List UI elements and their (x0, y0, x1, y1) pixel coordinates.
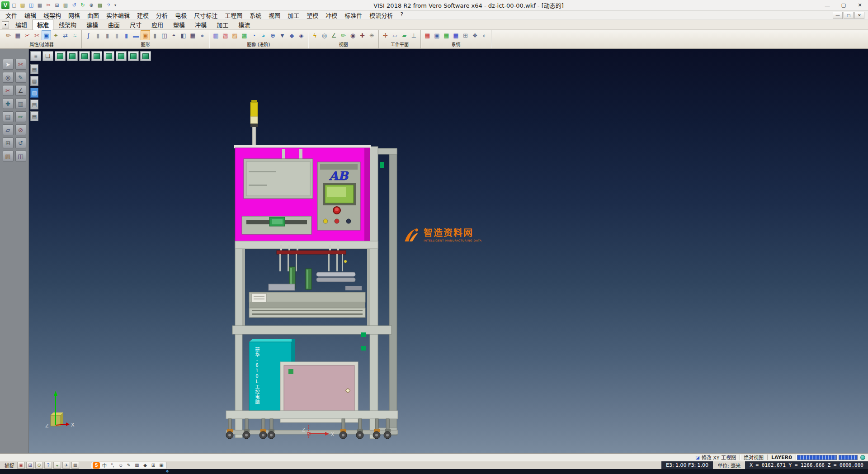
filter-wave-icon[interactable]: ≈ (70, 30, 80, 40)
tab-dropdown-icon[interactable]: ▾ (2, 21, 9, 28)
menu-item[interactable]: 实体编辑 (103, 10, 133, 20)
diamond-cube-icon[interactable]: ◈ (297, 30, 306, 40)
undo-icon[interactable]: ↺ (15, 137, 26, 148)
normal-plane-icon[interactable]: ⊥ (409, 30, 419, 40)
tab[interactable]: 线架构 (54, 19, 81, 30)
zoom-extents-icon[interactable]: ⊕ (268, 30, 278, 40)
select-icon[interactable]: ➤ (3, 59, 14, 70)
layers-icon[interactable]: ▤ (3, 111, 14, 122)
clipboard-list-icon[interactable]: ▤ (30, 100, 38, 109)
curve-icon[interactable]: ∫ (84, 30, 93, 40)
cylinder-2-icon[interactable]: ▮ (103, 30, 112, 40)
menu-item[interactable]: 曲面 (84, 10, 103, 20)
transform-icon[interactable]: ✚ (3, 98, 14, 109)
paste-icon[interactable]: ▥ (61, 1, 70, 9)
snap-label[interactable]: 捕捉 (0, 462, 17, 469)
menu-item[interactable]: 建模 (133, 10, 152, 20)
view-cube-iso-icon[interactable] (55, 51, 66, 61)
ime-grid-icon[interactable]: ⊞ (150, 462, 157, 469)
cylinder-3-icon[interactable]: ▮ (112, 30, 122, 40)
ime-skin-icon[interactable]: ▣ (158, 462, 165, 469)
cut-icon[interactable]: ✂ (44, 1, 52, 9)
camera-icon[interactable]: ▣ (432, 30, 442, 40)
menu-item[interactable]: 系统 (246, 10, 265, 20)
hidden-line-icon[interactable]: ▨ (230, 30, 240, 40)
view-cube-back-icon[interactable] (116, 51, 127, 61)
osnap-icon[interactable]: ▣ (17, 462, 25, 469)
tab[interactable]: 模流 (234, 19, 255, 30)
render-mode-icon[interactable]: ▥ (211, 30, 221, 40)
gem-icon[interactable]: ◆ (287, 30, 297, 40)
view-plane-label[interactable]: 修改 XY 工视图 (702, 454, 736, 461)
view-menu-icon[interactable]: ≡ (30, 51, 41, 61)
view-cube-right-icon[interactable] (91, 51, 102, 61)
crosshair-icon[interactable]: ✚ (358, 30, 367, 40)
mdi-minimize-button[interactable]: — (833, 12, 843, 19)
sketch-icon[interactable]: ✎ (15, 72, 26, 83)
ime-mode-chinese[interactable]: 中 (101, 462, 108, 469)
attribute-copy-icon[interactable]: ▦ (13, 30, 23, 40)
draw-icon[interactable]: ✏ (15, 111, 26, 122)
ortho-icon[interactable]: ⊙ (35, 462, 43, 469)
view-settings-icon[interactable]: ✳ (367, 30, 377, 40)
view-cube-left-icon[interactable] (104, 51, 114, 61)
undo-icon[interactable]: ↺ (70, 1, 78, 9)
view-cube-bottom-icon[interactable] (128, 51, 139, 61)
sphere-icon[interactable]: ● (198, 30, 207, 40)
filter-cut-icon[interactable]: ✂ (23, 30, 32, 40)
menu-item[interactable]: 分析 (152, 10, 171, 20)
system-grid-icon[interactable]: ▦ (423, 30, 432, 40)
erase-icon[interactable]: ⊘ (15, 124, 26, 135)
filter-swap-icon[interactable]: ⇄ (61, 30, 70, 40)
green-grid-icon[interactable]: ▦ (442, 30, 451, 40)
save-file-icon[interactable]: ◫ (27, 1, 35, 9)
wireframe-mode-icon[interactable]: ▧ (221, 30, 230, 40)
view-mode-label[interactable]: 绝对视图 (740, 454, 767, 461)
rod-icon[interactable]: ▮ (122, 30, 131, 40)
flash-icon[interactable]: ϟ (310, 30, 320, 40)
mesh-box-icon[interactable]: ▦ (188, 30, 198, 40)
menu-item[interactable]: 尺寸标注 (190, 10, 221, 20)
keyboard-icon[interactable]: ▦ (71, 462, 79, 469)
compass-icon[interactable]: ✢ (381, 30, 390, 40)
menu-item[interactable]: 电极 (171, 10, 190, 20)
angle-measure-icon[interactable]: ∠ (329, 30, 339, 40)
menu-item[interactable]: 冲模 (322, 10, 341, 20)
view-cube-front-icon[interactable] (67, 51, 78, 61)
copy-icon[interactable]: ⊞ (53, 1, 61, 9)
attribute-edit-icon[interactable]: ✏ (4, 30, 13, 40)
view-cube-top-icon[interactable] (79, 51, 90, 61)
tab[interactable]: 编辑 (11, 19, 32, 30)
tab[interactable]: 建模 (82, 19, 103, 30)
clipboard-attrs-icon[interactable]: ▤ (30, 64, 38, 74)
sheet-icon[interactable]: ▥ (15, 98, 26, 109)
menu-item[interactable]: 视图 (265, 10, 284, 20)
clipboard-notes-icon[interactable]: ▤ (30, 76, 38, 86)
view-cube-axon-icon[interactable] (140, 51, 151, 61)
help-cursor-icon[interactable]: ? (44, 462, 52, 469)
filter-trim-icon[interactable]: ✄ (32, 30, 42, 40)
workplane-icon[interactable]: ▱ (390, 30, 400, 40)
box-icon[interactable]: ◫ (160, 30, 169, 40)
taskbar-app-icon[interactable]: ❖ (165, 469, 169, 474)
sogou-logo[interactable]: S (93, 462, 100, 469)
close-button[interactable]: ✕ (852, 0, 868, 11)
bar-icon[interactable]: ▬ (131, 30, 141, 40)
workplane-active-icon[interactable]: ▰ (400, 30, 409, 40)
shading-icon[interactable]: ▩ (240, 30, 249, 40)
mdi-restore-button[interactable]: ▢ (844, 12, 854, 19)
cylinder-icon[interactable]: ▮ (93, 30, 103, 40)
shaded-view-icon[interactable]: ▣ (141, 30, 150, 40)
pipe-icon[interactable]: ▮ (150, 30, 160, 40)
print-icon[interactable]: ▦ (36, 1, 44, 9)
menu-item[interactable]: 塑模 (303, 10, 322, 20)
ime-keyboard-icon[interactable]: ▦ (133, 462, 141, 469)
grid-snap-icon[interactable]: ⊞ (26, 462, 34, 469)
menu-item[interactable]: 模流分析 (366, 10, 396, 20)
zoom-icon[interactable]: ◎ (3, 72, 14, 83)
section-box-icon[interactable]: ◧ (179, 30, 188, 40)
rotate-view-icon[interactable]: ◔ (249, 30, 259, 40)
layer-indicator[interactable]: LAYER0 (768, 455, 796, 460)
new-file-icon[interactable]: ▢ (10, 1, 18, 9)
quad-icon[interactable]: ❖ (470, 30, 480, 40)
